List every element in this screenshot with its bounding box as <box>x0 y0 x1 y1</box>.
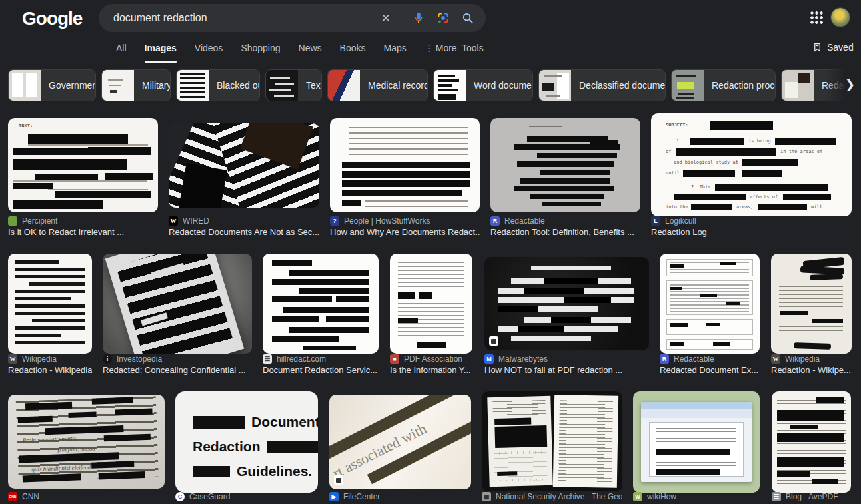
result-source[interactable]: C CaseGuard <box>175 492 318 501</box>
result-image-percipient[interactable]: TEXT: <box>8 118 158 212</box>
result-image-wired[interactable] <box>169 123 319 208</box>
result-source[interactable]: Percipient <box>8 216 158 226</box>
result-image-redacted-example[interactable] <box>660 254 760 354</box>
tab-images[interactable]: Images <box>145 43 177 63</box>
result-image-hillredact[interactable] <box>263 254 379 354</box>
chip-redaction-process[interactable]: Redaction process <box>671 69 776 101</box>
chip-thumbnail <box>434 70 466 101</box>
result-source[interactable]: L Logikcull <box>651 216 852 226</box>
result-source[interactable]: ☰ hillredact.com <box>263 354 379 364</box>
wired-favicon: W <box>169 216 178 226</box>
tab-news[interactable]: News <box>299 43 322 63</box>
redaction-bar <box>690 138 744 145</box>
chip-military[interactable]: Military <box>101 69 171 101</box>
chip-label: Declassified documents <box>571 80 666 91</box>
thumb-text: of <box>666 149 671 154</box>
redaction-bar <box>783 194 831 200</box>
result-source[interactable]: ▦ National Security Archive - The Georg.… <box>482 492 622 501</box>
text-lines <box>558 400 613 482</box>
redaction-bar <box>514 186 614 191</box>
result-image-avepdf[interactable] <box>772 391 851 493</box>
result-title[interactable]: Document Redaction Servic... <box>263 365 379 375</box>
result-image-wikipedia-aged[interactable] <box>771 254 852 354</box>
result-image-wikipedia-redaction[interactable] <box>8 254 92 354</box>
tab-books[interactable]: Books <box>340 43 366 63</box>
tab-more[interactable]: ⋮More <box>425 43 457 63</box>
tab-maps[interactable]: Maps <box>383 43 406 63</box>
result-source[interactable]: W Wikipedia <box>8 354 92 364</box>
result-source[interactable]: R Redactable <box>490 216 640 226</box>
result-image-investopedia[interactable] <box>103 254 252 354</box>
result-title[interactable]: Is it OK to Redact Irrelevant ... <box>8 227 158 237</box>
redaction-bar <box>498 306 538 312</box>
chip-thumbnail <box>782 70 814 101</box>
result-title[interactable]: How NOT to fail at PDF redaction ... <box>484 365 649 375</box>
result-image-nsarchive[interactable] <box>482 391 622 491</box>
result-source[interactable]: CNN CNN <box>8 492 165 501</box>
chip-label: Redaction process <box>704 80 776 91</box>
saved-button[interactable]: Saved <box>812 42 854 53</box>
result-source[interactable]: ■ PDF Association <box>390 354 472 364</box>
result-source[interactable]: w wikiHow <box>633 492 760 501</box>
result-source[interactable]: ? People | HowStuffWorks <box>330 216 480 226</box>
chip-government[interactable]: Government <box>8 69 96 101</box>
redaction-bar <box>775 138 836 145</box>
result-title[interactable]: Redaction - Wikipedia <box>8 365 92 375</box>
result-title[interactable]: Redaction - Wikipe... <box>771 365 852 375</box>
redaction-bar <box>777 471 810 477</box>
redaction-bar <box>520 178 610 184</box>
search-input[interactable]: document redaction <box>113 12 381 24</box>
result-source[interactable]: M Malwarebytes <box>484 354 649 364</box>
result-image-howstuffworks[interactable] <box>330 118 480 212</box>
tools-button[interactable]: Tools <box>462 43 484 53</box>
result-source[interactable]: ▶ FileCenter <box>329 492 471 501</box>
thumb-text: and biological study at <box>674 160 738 165</box>
result-source[interactable]: i Investopedia <box>103 354 252 364</box>
result-title[interactable]: Redacted Documents Are Not as Sec... <box>169 227 319 237</box>
chips-scroll-right-icon[interactable]: ❯ <box>845 77 855 92</box>
chip-word-document[interactable]: Word document <box>433 69 533 101</box>
result-title[interactable]: Redaction Log <box>651 227 852 237</box>
result-title[interactable]: Redacted Document Ex... <box>660 365 760 375</box>
voice-search-icon[interactable] <box>411 11 426 25</box>
result-image-wikihow[interactable] <box>633 391 760 493</box>
result-image-caseguard[interactable]: Document Redaction Guidelines. <box>175 391 318 493</box>
search-icon[interactable] <box>460 11 475 25</box>
redaction-bar <box>518 326 564 332</box>
logikcull-favicon: L <box>651 216 660 226</box>
redaction-bar <box>517 161 614 167</box>
tab-all[interactable]: All <box>116 43 127 63</box>
chip-text[interactable]: Text <box>265 69 322 101</box>
search-bar[interactable]: document redaction ✕ <box>99 4 486 32</box>
result-source[interactable]: R Redactable <box>660 354 760 364</box>
redaction-bar <box>691 204 732 210</box>
result-image-redaction-log[interactable]: SUBJECT: 1. is being of in the areas of … <box>651 113 852 216</box>
result-source[interactable]: W Wikipedia <box>771 354 852 364</box>
redacted-text-photo: Proin venenatis mattis fringilla, massa … <box>8 395 165 489</box>
guidelines-text-block: Document Redaction Guidelines. <box>193 414 318 488</box>
clear-search-icon[interactable]: ✕ <box>381 13 391 24</box>
google-logo[interactable]: Google <box>22 8 82 29</box>
result-source[interactable]: ☰ Blog - AvePDF <box>772 492 851 501</box>
tab-videos[interactable]: Videos <box>195 43 223 63</box>
redaction-bar <box>342 171 470 178</box>
result-title[interactable]: Is the Information Y... <box>390 365 472 375</box>
chip-medical-records[interactable]: Medical records <box>327 69 428 101</box>
account-avatar[interactable] <box>830 7 850 27</box>
google-lens-icon[interactable] <box>436 11 450 25</box>
chip-blacked-out[interactable]: Blacked out <box>176 69 260 101</box>
result-image-malwarebytes[interactable] <box>484 257 649 350</box>
google-apps-icon[interactable] <box>810 11 823 24</box>
bar-gap <box>15 282 29 286</box>
result-image-cnn[interactable]: Proin venenatis mattis fringilla, massa … <box>8 395 165 489</box>
result-title[interactable]: How and Why Are Documents Redact... <box>330 227 480 237</box>
result-image-pdf-association[interactable] <box>390 254 472 354</box>
tab-shopping[interactable]: Shopping <box>241 43 280 63</box>
chip-declassified-documents[interactable]: Declassified documents <box>538 69 666 101</box>
result-image-filecenter[interactable]: rt associated with <box>329 395 471 489</box>
result-title[interactable]: Redacted: Concealing Confidential ... <box>103 365 252 375</box>
result-image-redactable-tool[interactable] <box>490 118 640 212</box>
result-source[interactable]: W WIRED <box>169 216 319 226</box>
result-title[interactable]: Redaction Tool: Definition, Benefits ... <box>490 227 640 237</box>
redaction-bar <box>524 288 584 294</box>
